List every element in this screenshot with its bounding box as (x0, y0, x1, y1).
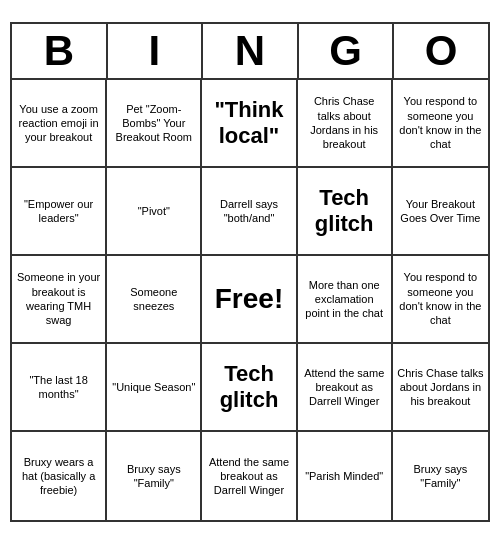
bingo-card: BINGO You use a zoom reaction emoji in y… (10, 22, 490, 522)
bingo-cell-22[interactable]: Attend the same breakout as Darrell Wing… (202, 432, 297, 520)
bingo-cell-24[interactable]: Bruxy says "Family" (393, 432, 488, 520)
bingo-cell-4[interactable]: You respond to someone you don't know in… (393, 80, 488, 168)
bingo-letter-O: O (394, 24, 488, 78)
bingo-cell-18[interactable]: Attend the same breakout as Darrell Wing… (298, 344, 393, 432)
bingo-cell-1[interactable]: Pet "Zoom-Bombs" Your Breakout Room (107, 80, 202, 168)
bingo-cell-5[interactable]: "Empower our leaders" (12, 168, 107, 256)
bingo-cell-17[interactable]: Tech glitch (202, 344, 297, 432)
bingo-header: BINGO (12, 24, 488, 80)
bingo-cell-10[interactable]: Someone in your breakout is wearing TMH … (12, 256, 107, 344)
bingo-cell-3[interactable]: Chris Chase talks about Jordans in his b… (298, 80, 393, 168)
bingo-letter-B: B (12, 24, 108, 78)
bingo-cell-12[interactable]: Free! (202, 256, 297, 344)
bingo-cell-14[interactable]: You respond to someone you don't know in… (393, 256, 488, 344)
bingo-cell-21[interactable]: Bruxy says "Family" (107, 432, 202, 520)
bingo-cell-16[interactable]: "Unique Season" (107, 344, 202, 432)
bingo-grid: You use a zoom reaction emoji in your br… (12, 80, 488, 520)
bingo-cell-9[interactable]: Your Breakout Goes Over Time (393, 168, 488, 256)
bingo-letter-I: I (108, 24, 204, 78)
bingo-cell-15[interactable]: "The last 18 months" (12, 344, 107, 432)
bingo-cell-2[interactable]: "Think local" (202, 80, 297, 168)
bingo-cell-19[interactable]: Chris Chase talks about Jordans in his b… (393, 344, 488, 432)
bingo-cell-0[interactable]: You use a zoom reaction emoji in your br… (12, 80, 107, 168)
bingo-cell-7[interactable]: Darrell says "both/and" (202, 168, 297, 256)
bingo-cell-8[interactable]: Tech glitch (298, 168, 393, 256)
bingo-cell-13[interactable]: More than one exclamation point in the c… (298, 256, 393, 344)
bingo-letter-N: N (203, 24, 299, 78)
bingo-cell-23[interactable]: "Parish Minded" (298, 432, 393, 520)
bingo-cell-11[interactable]: Someone sneezes (107, 256, 202, 344)
bingo-cell-6[interactable]: "Pivot" (107, 168, 202, 256)
bingo-cell-20[interactable]: Bruxy wears a hat (basically a freebie) (12, 432, 107, 520)
bingo-letter-G: G (299, 24, 395, 78)
